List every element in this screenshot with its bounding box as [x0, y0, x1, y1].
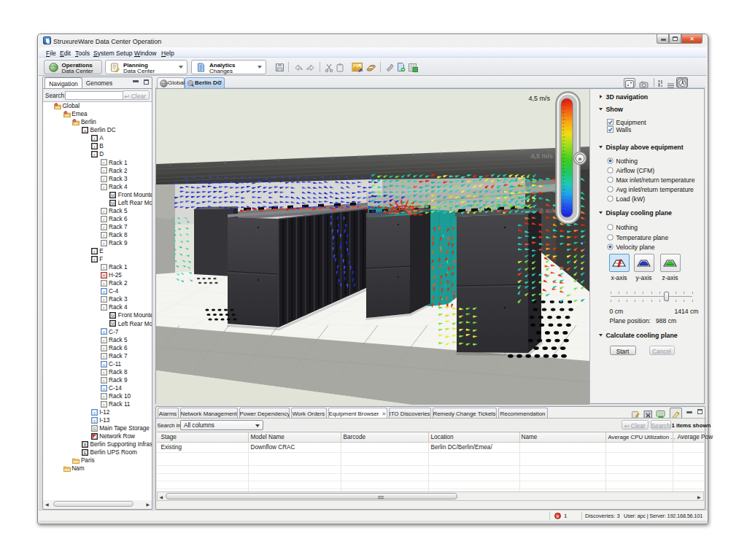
svg-text:c: c: [93, 411, 96, 415]
svg-text:r: r: [93, 249, 95, 254]
svg-text:r: r: [103, 225, 104, 230]
svg-text:0 m/s: 0 m/s: [539, 207, 556, 214]
svg-text:r: r: [103, 265, 104, 270]
svg-text:r: r: [93, 152, 95, 157]
svg-text:r: r: [103, 370, 104, 374]
svg-text:H: H: [102, 273, 105, 278]
svg-text:r: r: [103, 378, 104, 382]
svg-text:M: M: [111, 201, 115, 205]
svg-text:M: M: [111, 192, 115, 197]
svg-text:r: r: [103, 241, 104, 246]
svg-text:r: r: [103, 168, 104, 173]
svg-text:r: r: [103, 394, 104, 399]
svg-text:c: c: [103, 386, 105, 391]
svg-text:M: M: [111, 314, 115, 318]
svg-text:r: r: [93, 257, 95, 262]
svg-text:c: c: [103, 330, 105, 334]
svg-text:r: r: [93, 136, 95, 141]
svg-text:r: r: [103, 217, 104, 221]
svg-text:r: r: [103, 346, 104, 350]
svg-text:r: r: [103, 209, 104, 213]
svg-text:r: r: [103, 281, 104, 286]
svg-text:r: r: [103, 184, 104, 189]
svg-text:r: r: [103, 298, 104, 302]
svg-text:r: r: [93, 144, 95, 149]
svg-text:c: c: [103, 289, 105, 294]
svg-text:E: E: [84, 451, 87, 455]
svg-text:r: r: [103, 338, 104, 342]
svg-text:4,5 m/s: 4,5 m/s: [528, 95, 550, 102]
svg-text:G: G: [93, 427, 96, 431]
svg-text:4,5 m/s: 4,5 m/s: [530, 152, 553, 160]
svg-text:r: r: [103, 176, 104, 181]
svg-text:s: s: [84, 128, 86, 133]
svg-text:r: r: [103, 233, 104, 238]
svg-text:M: M: [111, 322, 115, 326]
svg-text:»: »: [578, 155, 581, 162]
svg-text:r: r: [103, 402, 104, 407]
svg-text:r: r: [103, 306, 104, 310]
svg-text:c: c: [103, 362, 105, 366]
svg-text:c: c: [93, 419, 96, 423]
svg-text:B: B: [84, 443, 87, 447]
svg-text:r: r: [103, 160, 104, 165]
svg-text:r: r: [103, 354, 104, 358]
